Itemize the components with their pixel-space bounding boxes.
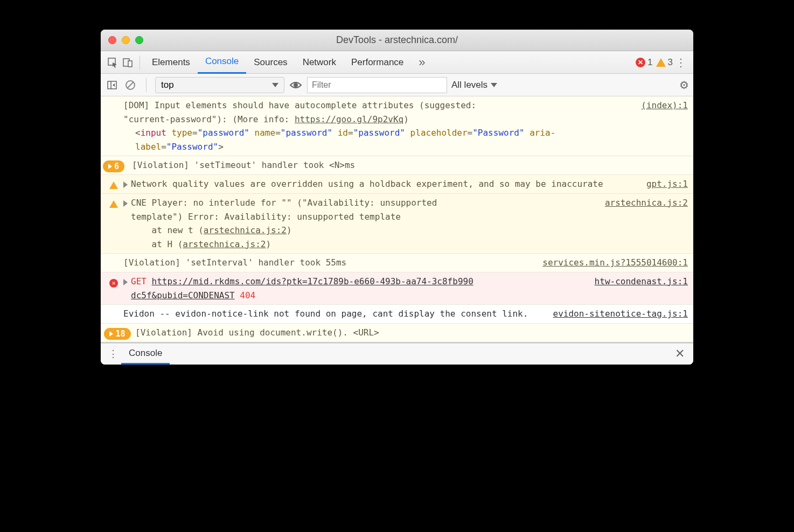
svg-rect-2 — [128, 61, 132, 67]
console-toolbar: top All levels ⚙ — [101, 74, 693, 96]
context-selector[interactable]: top — [155, 77, 284, 93]
error-icon: ✕ — [109, 279, 118, 288]
eye-icon[interactable] — [289, 78, 303, 92]
warning-icon — [109, 181, 118, 189]
svg-rect-3 — [108, 81, 116, 89]
tab-elements[interactable]: Elements — [144, 51, 198, 74]
devtools-window: DevTools - arstechnica.com/ Elements Con… — [101, 30, 693, 365]
close-drawer-icon[interactable]: ✕ — [671, 347, 689, 361]
source-link[interactable]: arstechnica.js:2 — [204, 225, 287, 235]
tab-network[interactable]: Network — [295, 51, 344, 74]
log-text: [DOM] Input elements should have autocom… — [123, 100, 476, 110]
chevron-down-icon — [491, 83, 497, 87]
drawer-menu-icon[interactable]: ⋮ — [105, 348, 121, 360]
more-tabs-button[interactable]: » — [411, 51, 433, 74]
expand-icon[interactable] — [123, 181, 128, 188]
log-row[interactable]: ✕ GET https://mid.rkdms.com/ids?ptk=17c1… — [101, 272, 693, 305]
tab-console[interactable]: Console — [198, 51, 246, 74]
error-count: 1 — [647, 57, 652, 68]
source-link[interactable]: htw-condenast.js:1 — [589, 275, 688, 289]
inspect-icon[interactable] — [105, 55, 120, 70]
request-url-link[interactable]: https://mid.rkdms.com/ids?ptk=17c1789b-e… — [152, 276, 473, 286]
chevron-down-icon — [272, 83, 278, 87]
levels-label: All levels — [451, 80, 487, 90]
warning-icon — [656, 58, 666, 67]
filter-input[interactable] — [307, 77, 447, 93]
console-output: [DOM] Input elements should have autocom… — [101, 96, 693, 343]
info-link[interactable]: https://goo.gl/9p2vKq — [295, 114, 403, 124]
svg-line-6 — [127, 82, 134, 88]
log-text: Network quality values are overridden us… — [131, 177, 603, 191]
expand-icon — [109, 331, 113, 337]
log-levels-selector[interactable]: All levels — [451, 80, 497, 90]
source-link[interactable]: gpt.js:1 — [641, 177, 688, 191]
log-row[interactable]: 6 [Violation] 'setTimeout' handler took … — [101, 156, 693, 175]
expand-icon — [108, 164, 112, 169]
tab-sources[interactable]: Sources — [246, 51, 295, 74]
tab-performance[interactable]: Performance — [344, 51, 411, 74]
log-text: [Violation] 'setTimeout' handler took <N… — [132, 160, 355, 170]
log-row[interactable]: [Violation] 'setInterval' handler took 5… — [101, 254, 693, 272]
source-link[interactable]: evidon-sitenotice-tag.js:1 — [548, 307, 688, 321]
settings-icon[interactable]: ⚙ — [679, 79, 689, 92]
expand-icon[interactable] — [123, 200, 128, 207]
device-toggle-icon[interactable] — [120, 55, 135, 70]
titlebar: DevTools - arstechnica.com/ — [101, 30, 693, 51]
warning-count: 3 — [668, 57, 673, 68]
log-text: [Violation] Avoid using document.write()… — [135, 327, 379, 338]
error-icon: ✕ — [636, 58, 645, 67]
log-row[interactable]: CNE Player: no interlude for "" ("Availa… — [101, 194, 693, 254]
expand-icon[interactable] — [123, 279, 128, 285]
svg-point-7 — [294, 83, 298, 87]
issue-counts[interactable]: ✕1 3 — [636, 57, 673, 68]
log-text: Evidon -- evidon-notice-link not found o… — [123, 309, 528, 319]
warning-icon — [109, 200, 118, 208]
source-link[interactable]: services.min.js?1555014600:1 — [537, 256, 688, 270]
sidebar-toggle-icon[interactable] — [105, 78, 119, 92]
log-row[interactable]: Evidon -- evidon-notice-link not found o… — [101, 305, 693, 324]
drawer-tab-console[interactable]: Console — [121, 343, 170, 365]
source-link[interactable]: arstechnica.js:2 — [600, 196, 688, 251]
clear-console-icon[interactable] — [123, 78, 137, 92]
panel-tabs: Elements Console Sources Network Perform… — [101, 51, 693, 74]
source-link[interactable]: (index):1 — [636, 99, 688, 153]
log-row[interactable]: [DOM] Input elements should have autocom… — [101, 96, 693, 156]
repeat-count-badge[interactable]: 18 — [104, 328, 130, 340]
kebab-menu-icon[interactable]: ⋮ — [673, 56, 689, 69]
context-value: top — [161, 80, 174, 90]
log-row[interactable]: Network quality values are overridden us… — [101, 175, 693, 194]
window-title: DevTools - arstechnica.com/ — [101, 34, 693, 46]
log-text: [Violation] 'setInterval' handler took 5… — [123, 257, 346, 268]
source-link[interactable]: arstechnica.js:2 — [183, 239, 266, 249]
status-code: 404 — [240, 290, 255, 300]
log-row[interactable]: 18 [Violation] Avoid using document.writ… — [101, 324, 693, 343]
drawer: ⋮ Console ✕ — [101, 343, 693, 365]
